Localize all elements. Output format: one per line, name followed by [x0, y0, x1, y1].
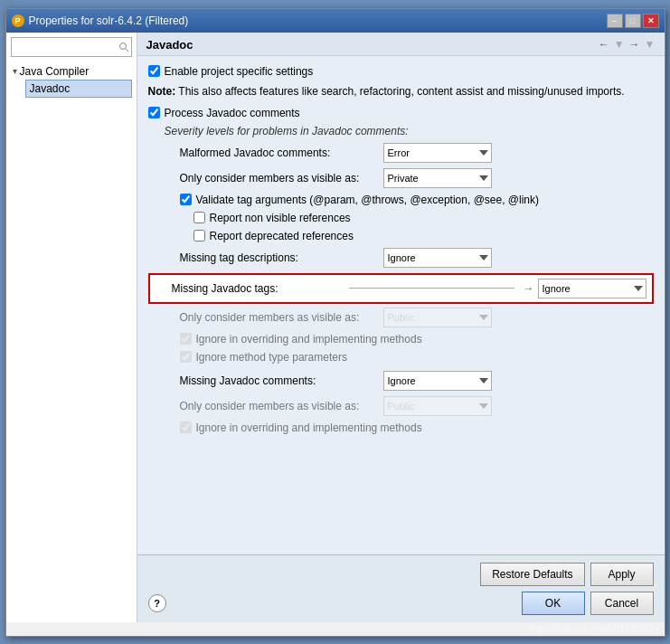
- nav-separator: ▼: [614, 38, 625, 51]
- malformed-label: Malformed Javadoc comments:: [148, 147, 383, 159]
- window-body: ▾ Java Compiler Javadoc Javadoc ← ▼ → ▼: [6, 33, 665, 622]
- visible-as-label2: Only consider members as visible as:: [148, 311, 383, 324]
- minimize-button[interactable]: –: [607, 14, 623, 28]
- nav-separator2: ▼: [645, 38, 656, 51]
- process-javadoc-label: Process Javadoc comments: [165, 107, 300, 119]
- missing-tag-desc-label: Missing tag descriptions:: [148, 251, 383, 264]
- ignore-overriding-row2: Ignore in overriding and implementing me…: [148, 421, 654, 434]
- deprecated-checkbox[interactable]: [193, 230, 205, 242]
- title-bar-left: P Properties for solr-6.4.2 (Filtered): [12, 14, 189, 27]
- help-button[interactable]: ?: [148, 594, 166, 612]
- non-visible-checkbox[interactable]: [193, 212, 205, 223]
- missing-javadoc-tags-label: Missing Javadoc tags:: [156, 282, 336, 295]
- non-visible-label: Report non visible references: [210, 212, 351, 224]
- window-icon: P: [12, 14, 24, 27]
- missing-javadoc-tags-select[interactable]: Ignore Warning Error: [538, 279, 646, 298]
- enable-settings-checkbox[interactable]: [148, 65, 160, 77]
- main-header: Javadoc ← ▼ → ▼: [137, 33, 665, 56]
- title-bar: P Properties for solr-6.4.2 (Filtered) –…: [6, 9, 665, 33]
- note-box: Note: This also affects features like se…: [148, 85, 654, 98]
- note-text: This also affects features like search, …: [178, 85, 624, 98]
- footer-buttons-bottom: ? OK Cancel: [148, 592, 654, 615]
- process-javadoc-row: Process Javadoc comments: [148, 107, 654, 119]
- maximize-button[interactable]: □: [625, 14, 641, 28]
- malformed-row: Malformed Javadoc comments: Error Warnin…: [148, 143, 654, 163]
- restore-defaults-button[interactable]: Restore Defaults: [480, 563, 584, 586]
- visible-as-select2[interactable]: Public: [383, 308, 492, 327]
- title-controls: – □ ✕: [607, 14, 659, 28]
- visible-as-row: Only consider members as visible as: Pri…: [148, 168, 654, 188]
- visible-as-select3[interactable]: Public: [383, 396, 492, 416]
- validate-tag-label: Validate tag arguments (@param, @throws,…: [196, 194, 540, 206]
- sidebar-child-label: Javadoc: [30, 82, 71, 95]
- ok-button[interactable]: OK: [522, 592, 585, 615]
- ignore-type-params-label: Ignore method type parameters: [196, 351, 347, 364]
- ignore-overriding-checkbox2[interactable]: [180, 421, 192, 433]
- ignore-type-params-checkbox[interactable]: [180, 351, 192, 363]
- main-content: Javadoc ← ▼ → ▼ Enable project specific …: [137, 33, 665, 622]
- visible-as-label: Only consider members as visible as:: [148, 172, 383, 185]
- ignore-type-params-row: Ignore method type parameters: [148, 351, 654, 364]
- window-title: Properties for solr-6.4.2 (Filtered): [29, 14, 189, 27]
- visible-as-label3: Only consider members as visible as:: [148, 400, 383, 412]
- enable-settings-label: Enable project specific settings: [165, 65, 314, 78]
- sidebar: ▾ Java Compiler Javadoc: [6, 33, 137, 622]
- ignore-overriding-label: Ignore in overriding and implementing me…: [196, 333, 422, 346]
- main-window: P Properties for solr-6.4.2 (Filtered) –…: [5, 8, 665, 637]
- missing-tag-desc-row: Missing tag descriptions: Ignore Warning…: [148, 248, 654, 268]
- sidebar-search-input[interactable]: [11, 37, 132, 57]
- arrow-line: →: [344, 282, 538, 295]
- enable-settings-row: Enable project specific settings: [148, 65, 654, 78]
- sidebar-tree: ▾ Java Compiler Javadoc: [11, 63, 132, 98]
- ignore-overriding-row: Ignore in overriding and implementing me…: [148, 333, 654, 346]
- sidebar-item-java-compiler[interactable]: ▾ Java Compiler: [11, 63, 132, 80]
- validate-tag-checkbox[interactable]: [180, 194, 192, 205]
- severity-levels-label: Severity levels for problems in Javadoc …: [148, 125, 654, 137]
- page-title: Javadoc: [146, 38, 193, 52]
- visible-as-row3: Only consider members as visible as: Pub…: [148, 396, 654, 416]
- deprecated-row: Report deprecated references: [148, 230, 654, 242]
- cancel-button[interactable]: Cancel: [590, 592, 654, 615]
- non-visible-row: Report non visible references: [148, 212, 654, 224]
- deprecated-label: Report deprecated references: [210, 230, 354, 242]
- apply-button[interactable]: Apply: [590, 563, 654, 586]
- ignore-overriding-checkbox[interactable]: [180, 333, 192, 345]
- missing-javadoc-comments-select[interactable]: Ignore Warning Error: [383, 371, 492, 391]
- sidebar-item-javadoc[interactable]: Javadoc: [25, 80, 132, 98]
- footer: Restore Defaults Apply ? OK Cancel: [137, 554, 665, 622]
- visible-as-row2: Only consider members as visible as: Pub…: [148, 308, 654, 327]
- validate-tag-row: Validate tag arguments (@param, @throws,…: [148, 194, 654, 206]
- arrow-icon: →: [524, 282, 534, 295]
- footer-ok-cancel: OK Cancel: [522, 592, 654, 615]
- sidebar-parent-label: Java Compiler: [20, 65, 90, 78]
- main-scroll-area[interactable]: Enable project specific settings Note: T…: [137, 56, 665, 554]
- visible-as-select[interactable]: Private Package Protected Public: [383, 168, 492, 188]
- ignore-overriding-label2: Ignore in overriding and implementing me…: [196, 421, 422, 434]
- note-label: Note:: [148, 85, 176, 98]
- nav-arrows: ← ▼ → ▼: [596, 38, 656, 51]
- tree-arrow-icon: ▾: [13, 66, 17, 76]
- close-button[interactable]: ✕: [643, 14, 659, 28]
- missing-javadoc-tags-row: Missing Javadoc tags: → Ignore Warning E…: [148, 273, 654, 304]
- malformed-select[interactable]: Error Warning Ignore: [383, 143, 492, 163]
- watermark: http://blog.csdn.net/u011306224: [6, 622, 665, 636]
- missing-tag-desc-select[interactable]: Ignore Warning Error: [383, 248, 492, 268]
- footer-buttons-top: Restore Defaults Apply: [148, 563, 654, 586]
- missing-javadoc-comments-row: Missing Javadoc comments: Ignore Warning…: [148, 371, 654, 391]
- divider: [349, 288, 514, 289]
- process-javadoc-checkbox[interactable]: [148, 107, 160, 118]
- missing-javadoc-comments-label: Missing Javadoc comments:: [148, 374, 383, 387]
- nav-forward-button[interactable]: →: [627, 38, 643, 51]
- nav-back-button[interactable]: ←: [596, 38, 612, 51]
